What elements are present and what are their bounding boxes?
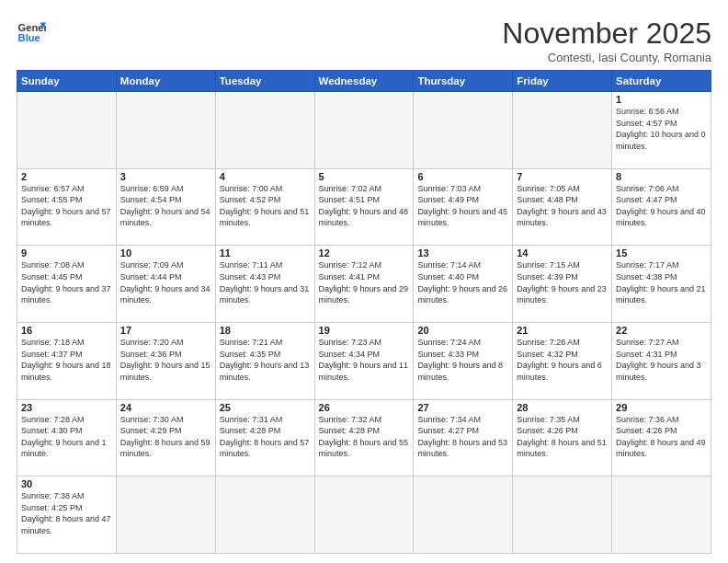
header-row: Sunday Monday Tuesday Wednesday Thursday… [17, 71, 711, 92]
day-cell: 9Sunrise: 7:08 AM Sunset: 4:45 PM Daylig… [17, 246, 117, 323]
day-number: 22 [616, 325, 707, 336]
header: General Blue General Blue November 2025 … [17, 17, 711, 64]
day-number: 24 [120, 402, 211, 413]
day-info: Sunrise: 7:11 AM Sunset: 4:43 PM Dayligh… [220, 259, 311, 305]
day-info: Sunrise: 7:36 AM Sunset: 4:26 PM Dayligh… [616, 414, 707, 460]
day-number: 2 [21, 171, 112, 182]
day-info: Sunrise: 7:38 AM Sunset: 4:25 PM Dayligh… [21, 490, 112, 536]
day-number: 23 [21, 402, 112, 413]
day-info: Sunrise: 7:26 AM Sunset: 4:32 PM Dayligh… [517, 337, 608, 383]
day-cell: 26Sunrise: 7:32 AM Sunset: 4:28 PM Dayli… [314, 399, 414, 477]
logo: General Blue General Blue [17, 17, 46, 46]
day-cell [314, 477, 414, 554]
day-cell [17, 92, 117, 169]
day-info: Sunrise: 7:23 AM Sunset: 4:34 PM Dayligh… [319, 337, 410, 383]
day-cell [215, 92, 314, 169]
page: General Blue General Blue November 2025 … [0, 0, 728, 563]
day-info: Sunrise: 7:05 AM Sunset: 4:48 PM Dayligh… [517, 183, 608, 229]
day-info: Sunrise: 7:02 AM Sunset: 4:51 PM Dayligh… [319, 183, 410, 229]
week-row-4: 16Sunrise: 7:18 AM Sunset: 4:37 PM Dayli… [17, 322, 711, 399]
day-number: 29 [616, 402, 707, 413]
day-info: Sunrise: 7:34 AM Sunset: 4:27 PM Dayligh… [417, 414, 508, 460]
day-cell: 8Sunrise: 7:06 AM Sunset: 4:47 PM Daylig… [612, 168, 711, 246]
day-cell: 6Sunrise: 7:03 AM Sunset: 4:49 PM Daylig… [414, 168, 513, 246]
day-info: Sunrise: 7:24 AM Sunset: 4:33 PM Dayligh… [417, 337, 508, 383]
day-cell: 5Sunrise: 7:02 AM Sunset: 4:51 PM Daylig… [314, 168, 414, 246]
day-number: 21 [517, 325, 608, 336]
day-number: 8 [616, 171, 707, 182]
day-info: Sunrise: 7:27 AM Sunset: 4:31 PM Dayligh… [616, 337, 707, 383]
day-cell: 17Sunrise: 7:20 AM Sunset: 4:36 PM Dayli… [116, 322, 215, 399]
day-number: 17 [120, 325, 211, 336]
day-cell: 24Sunrise: 7:30 AM Sunset: 4:29 PM Dayli… [116, 399, 215, 477]
day-cell [513, 92, 612, 169]
day-cell: 27Sunrise: 7:34 AM Sunset: 4:27 PM Dayli… [414, 399, 513, 477]
day-info: Sunrise: 7:32 AM Sunset: 4:28 PM Dayligh… [319, 414, 410, 460]
col-thursday: Thursday [414, 71, 513, 92]
col-friday: Friday [513, 71, 612, 92]
col-tuesday: Tuesday [215, 71, 314, 92]
calendar-title: November 2025 [502, 17, 711, 51]
day-info: Sunrise: 7:08 AM Sunset: 4:45 PM Dayligh… [21, 259, 112, 305]
day-info: Sunrise: 6:56 AM Sunset: 4:57 PM Dayligh… [616, 106, 707, 152]
day-info: Sunrise: 7:30 AM Sunset: 4:29 PM Dayligh… [120, 414, 211, 460]
day-cell: 29Sunrise: 7:36 AM Sunset: 4:26 PM Dayli… [612, 399, 711, 477]
day-info: Sunrise: 7:14 AM Sunset: 4:40 PM Dayligh… [417, 259, 508, 305]
day-cell: 11Sunrise: 7:11 AM Sunset: 4:43 PM Dayli… [215, 246, 314, 323]
day-info: Sunrise: 7:00 AM Sunset: 4:52 PM Dayligh… [220, 183, 311, 229]
day-cell [414, 477, 513, 554]
day-cell: 12Sunrise: 7:12 AM Sunset: 4:41 PM Dayli… [314, 246, 414, 323]
day-cell: 10Sunrise: 7:09 AM Sunset: 4:44 PM Dayli… [116, 246, 215, 323]
week-row-5: 23Sunrise: 7:28 AM Sunset: 4:30 PM Dayli… [17, 399, 711, 477]
day-info: Sunrise: 7:28 AM Sunset: 4:30 PM Dayligh… [21, 414, 112, 460]
day-number: 1 [616, 94, 707, 105]
week-row-6: 30Sunrise: 7:38 AM Sunset: 4:25 PM Dayli… [17, 477, 711, 554]
day-cell: 20Sunrise: 7:24 AM Sunset: 4:33 PM Dayli… [414, 322, 513, 399]
day-number: 27 [417, 402, 508, 413]
day-number: 14 [517, 247, 608, 259]
day-info: Sunrise: 6:59 AM Sunset: 4:54 PM Dayligh… [120, 183, 211, 229]
day-number: 15 [616, 247, 707, 259]
day-info: Sunrise: 7:15 AM Sunset: 4:39 PM Dayligh… [517, 259, 608, 305]
day-number: 19 [319, 325, 410, 336]
logo-icon: General Blue [17, 17, 46, 46]
calendar-table: Sunday Monday Tuesday Wednesday Thursday… [17, 70, 711, 554]
week-row-1: 1Sunrise: 6:56 AM Sunset: 4:57 PM Daylig… [17, 92, 711, 169]
day-number: 4 [220, 171, 311, 182]
day-cell [414, 92, 513, 169]
day-number: 18 [220, 325, 311, 336]
day-info: Sunrise: 7:09 AM Sunset: 4:44 PM Dayligh… [120, 259, 211, 305]
day-info: Sunrise: 7:03 AM Sunset: 4:49 PM Dayligh… [417, 183, 508, 229]
day-number: 13 [417, 247, 508, 259]
day-cell: 21Sunrise: 7:26 AM Sunset: 4:32 PM Dayli… [513, 322, 612, 399]
week-row-3: 9Sunrise: 7:08 AM Sunset: 4:45 PM Daylig… [17, 246, 711, 323]
day-cell [513, 477, 612, 554]
col-saturday: Saturday [612, 71, 711, 92]
day-cell: 1Sunrise: 6:56 AM Sunset: 4:57 PM Daylig… [612, 92, 711, 169]
day-number: 20 [417, 325, 508, 336]
day-number: 9 [21, 247, 112, 259]
day-number: 28 [517, 402, 608, 413]
day-number: 3 [120, 171, 211, 182]
day-cell: 23Sunrise: 7:28 AM Sunset: 4:30 PM Dayli… [17, 399, 117, 477]
day-cell [215, 477, 314, 554]
day-number: 25 [220, 402, 311, 413]
col-monday: Monday [116, 71, 215, 92]
day-cell [116, 477, 215, 554]
day-number: 7 [517, 171, 608, 182]
day-cell: 14Sunrise: 7:15 AM Sunset: 4:39 PM Dayli… [513, 246, 612, 323]
day-cell [612, 477, 711, 554]
day-info: Sunrise: 7:20 AM Sunset: 4:36 PM Dayligh… [120, 337, 211, 383]
svg-text:Blue: Blue [18, 32, 40, 43]
day-cell: 4Sunrise: 7:00 AM Sunset: 4:52 PM Daylig… [215, 168, 314, 246]
day-cell: 18Sunrise: 7:21 AM Sunset: 4:35 PM Dayli… [215, 322, 314, 399]
day-number: 5 [319, 171, 410, 182]
day-number: 26 [319, 402, 410, 413]
day-cell: 25Sunrise: 7:31 AM Sunset: 4:28 PM Dayli… [215, 399, 314, 477]
day-cell: 28Sunrise: 7:35 AM Sunset: 4:26 PM Dayli… [513, 399, 612, 477]
day-cell: 7Sunrise: 7:05 AM Sunset: 4:48 PM Daylig… [513, 168, 612, 246]
day-cell: 22Sunrise: 7:27 AM Sunset: 4:31 PM Dayli… [612, 322, 711, 399]
day-info: Sunrise: 7:21 AM Sunset: 4:35 PM Dayligh… [220, 337, 311, 383]
day-cell: 3Sunrise: 6:59 AM Sunset: 4:54 PM Daylig… [116, 168, 215, 246]
title-block: November 2025 Contesti, Iasi County, Rom… [502, 17, 711, 64]
